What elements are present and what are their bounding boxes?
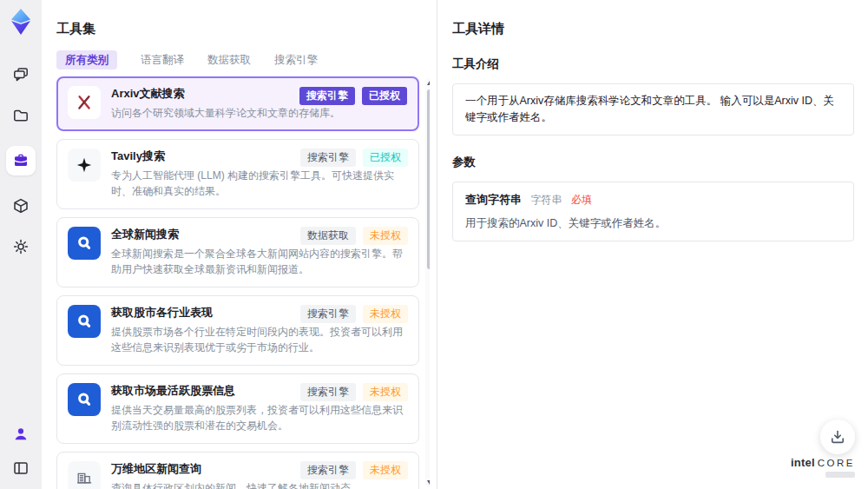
category-badge: 数据获取 bbox=[300, 227, 356, 245]
param-type: 字符串 bbox=[530, 194, 562, 206]
tools-panel: 工具集 所有类别 语言翻译 数据获取 搜索引擎 A bbox=[42, 0, 437, 489]
tool-description: 提供股票市场各个行业在特定时间段内的表现。投资者可以利用这些信息来识别表现优于或… bbox=[111, 324, 408, 355]
tab-language-translation[interactable]: 语言翻译 bbox=[141, 50, 184, 69]
param-required-badge: 必填 bbox=[571, 194, 592, 206]
tab-all-categories[interactable]: 所有类别 bbox=[56, 50, 117, 69]
tools-panel-title: 工具集 bbox=[56, 21, 95, 37]
category-badge: 搜索引擎 bbox=[299, 87, 355, 105]
brand-watermark bbox=[825, 472, 855, 478]
scrollbar-thumb[interactable] bbox=[427, 89, 431, 269]
category-badge: 搜索引擎 bbox=[300, 383, 356, 401]
app-window: 工具集 所有类别 语言翻译 数据获取 搜索引擎 A bbox=[0, 0, 868, 489]
magnifier-icon bbox=[68, 305, 101, 338]
params-heading: 参数 bbox=[452, 155, 854, 170]
toolbox-icon[interactable] bbox=[6, 146, 36, 175]
tool-description: 提供当天交易量最高的股票列表，投资者可以利用这些信息来识别流动性强的股票和潜在的… bbox=[111, 402, 408, 433]
region-building-icon bbox=[68, 461, 101, 489]
folder-icon[interactable] bbox=[10, 105, 31, 126]
sparkle-star-icon bbox=[68, 149, 101, 182]
sidebar bbox=[0, 0, 42, 489]
scroll-down-arrow-icon[interactable] bbox=[427, 480, 431, 485]
tab-data-acquisition[interactable]: 数据获取 bbox=[207, 50, 251, 69]
category-badge: 搜索引擎 bbox=[300, 461, 356, 479]
tool-card-region-news[interactable]: 万维地区新闻查询 查询具体行政区划内的新闻，快速了解各地新闻动态。 搜索引擎 未… bbox=[56, 452, 419, 489]
category-tabs: 所有类别 语言翻译 数据获取 搜索引擎 bbox=[56, 50, 318, 69]
tool-card-global-news[interactable]: 全球新闻搜索 全球新闻搜索是一个聚合全球各大新闻网站内容的搜索引擎。帮助用户快速… bbox=[56, 217, 419, 287]
auth-status-badge: 未授权 bbox=[363, 383, 408, 401]
tool-card-arxiv[interactable]: Arxiv文献搜索 访问各个研究领域大量科学论文和文章的存储库。 搜索引擎 已授… bbox=[56, 76, 419, 131]
tool-description: 访问各个研究领域大量科学论文和文章的存储库。 bbox=[111, 105, 408, 121]
user-icon[interactable] bbox=[10, 424, 31, 445]
download-icon bbox=[830, 429, 845, 445]
param-box: 查询字符串 字符串 必填 用于搜索的Arxiv ID、关键字或作者姓名。 bbox=[452, 182, 854, 241]
tool-card-tavily[interactable]: Tavily搜索 专为人工智能代理 (LLM) 构建的搜索引擎工具。可快速提供实… bbox=[56, 139, 419, 209]
category-badge: 搜索引擎 bbox=[300, 305, 356, 323]
tool-card-most-active-stocks[interactable]: 获取市场最活跃股票信息 提供当天交易量最高的股票列表，投资者可以利用这些信息来识… bbox=[56, 373, 419, 444]
auth-status-badge: 已授权 bbox=[362, 87, 407, 105]
category-badge: 搜索引擎 bbox=[300, 149, 356, 167]
sidebar-nav bbox=[6, 64, 36, 257]
param-name: 查询字符串 bbox=[465, 193, 522, 206]
tool-description: 全球新闻搜索是一个聚合全球各大新闻网站内容的搜索引擎。帮助用户快速获取全球最新资… bbox=[111, 246, 408, 277]
tool-description: 专为人工智能代理 (LLM) 构建的搜索引擎工具。可快速提供实时、准确和真实的结… bbox=[111, 168, 408, 199]
tool-description: 查询具体行政区划内的新闻，快速了解各地新闻动态。 bbox=[111, 480, 408, 489]
main-content: 工具集 所有类别 语言翻译 数据获取 搜索引擎 A bbox=[42, 0, 868, 489]
list-scrollbar[interactable] bbox=[425, 78, 430, 487]
intro-heading: 工具介绍 bbox=[452, 56, 854, 72]
panel-toggle-icon[interactable] bbox=[10, 458, 31, 479]
intro-box: 一个用于从Arxiv存储库搜索科学论文和文章的工具。 输入可以是Arxiv ID… bbox=[452, 83, 854, 135]
auth-status-badge: 未授权 bbox=[363, 461, 408, 479]
sidebar-bottom bbox=[10, 424, 31, 479]
brand-secondary: core bbox=[818, 458, 855, 468]
intro-text: 一个用于从Arxiv存储库搜索科学论文和文章的工具。 输入可以是Arxiv ID… bbox=[465, 95, 834, 123]
details-title: 工具详情 bbox=[452, 21, 854, 37]
intel-core-logo: intelcore bbox=[791, 454, 855, 478]
app-logo bbox=[9, 9, 33, 35]
tool-list: Arxiv文献搜索 访问各个研究领域大量科学论文和文章的存储库。 搜索引擎 已授… bbox=[56, 76, 430, 489]
tool-card-sector-performance[interactable]: 获取股市各行业表现 提供股票市场各个行业在特定时间段内的表现。投资者可以利用这些… bbox=[56, 295, 419, 366]
auth-status-badge: 已授权 bbox=[363, 149, 408, 167]
param-description: 用于搜索的Arxiv ID、关键字或作者姓名。 bbox=[465, 215, 841, 232]
auth-status-badge: 未授权 bbox=[363, 227, 408, 245]
arxiv-logo-icon bbox=[68, 86, 101, 119]
chat-icon[interactable] bbox=[10, 64, 31, 85]
auth-status-badge: 未授权 bbox=[363, 305, 408, 323]
scroll-up-arrow-icon[interactable] bbox=[427, 81, 431, 85]
brand-primary: intel bbox=[791, 456, 815, 469]
download-button[interactable] bbox=[820, 420, 855, 454]
tool-details-panel: 工具详情 工具介绍 一个用于从Arxiv存储库搜索科学论文和文章的工具。 输入可… bbox=[437, 0, 868, 489]
cube-icon[interactable] bbox=[10, 195, 31, 216]
magnifier-icon bbox=[68, 227, 101, 260]
gear-icon[interactable] bbox=[10, 236, 31, 257]
magnifier-icon bbox=[68, 383, 101, 416]
tab-search-engine[interactable]: 搜索引擎 bbox=[274, 50, 318, 69]
